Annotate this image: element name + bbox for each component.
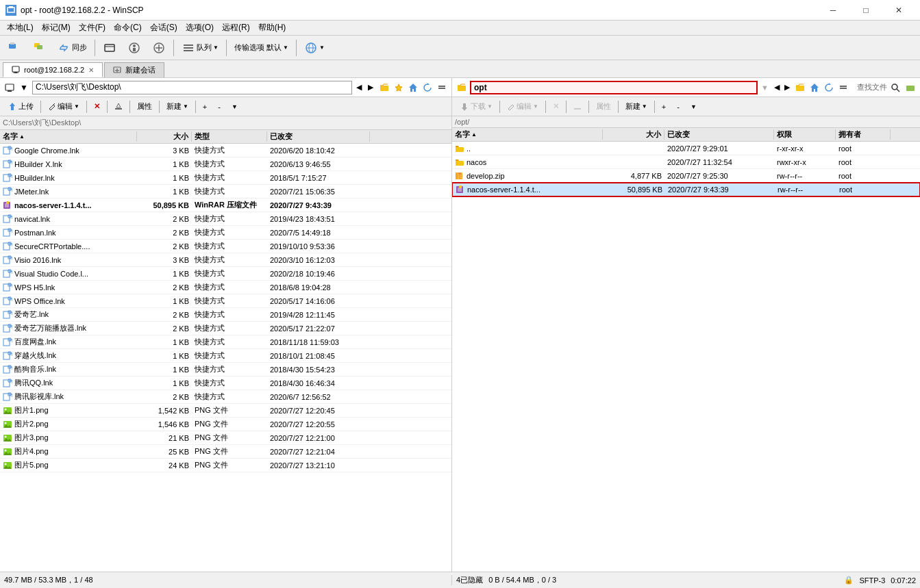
table-row[interactable]: 图片4.png 25 KB PNG 文件 2020/7/27 12:21:04 bbox=[0, 445, 451, 459]
left-menu-btn[interactable] bbox=[435, 81, 449, 94]
right-minus-btn[interactable]: - bbox=[672, 99, 684, 114]
left-desktop-btn[interactable] bbox=[3, 81, 16, 94]
table-row[interactable]: develop.zip 4,877 KB 2020/7/27 9:25:30 r… bbox=[452, 169, 920, 183]
right-new-btn[interactable]: 新建 ▼ bbox=[621, 99, 652, 114]
left-home-btn[interactable] bbox=[406, 81, 420, 94]
right-col-date-header[interactable]: 已改变 bbox=[664, 129, 774, 140]
table-row[interactable]: Postman.lnk 2 KB 快捷方式 2020/7/5 14:49:18 bbox=[0, 226, 451, 240]
menu-file[interactable]: 文件(F) bbox=[75, 21, 110, 35]
table-row[interactable]: .. 2020/7/27 9:29:01 r-xr-xr-x root bbox=[452, 142, 920, 155]
table-row[interactable]: 图片2.png 1,546 KB PNG 文件 2020/7/27 12:20:… bbox=[0, 418, 451, 431]
left-new-folder-btn[interactable] bbox=[377, 81, 391, 94]
right-plus-btn[interactable]: + bbox=[657, 99, 671, 114]
right-dropdown-btn[interactable]: ▼ bbox=[686, 99, 701, 114]
maximize-button[interactable]: □ bbox=[850, 0, 882, 21]
tab-new-session[interactable]: 新建会话 bbox=[104, 62, 164, 77]
table-row[interactable]: SecureCRTPortable.... 2 KB 快捷方式 2019/10/… bbox=[0, 240, 451, 253]
left-minus-btn[interactable]: - bbox=[213, 99, 225, 114]
menu-mark[interactable]: 标记(M) bbox=[38, 21, 75, 35]
table-row[interactable]: 百度网盘.lnk 1 KB 快捷方式 2018/11/18 11:59:03 bbox=[0, 335, 451, 349]
toolbar-sync[interactable]: 同步 bbox=[52, 38, 92, 57]
menu-command[interactable]: 命令(C) bbox=[110, 21, 146, 35]
right-col-perm-header[interactable]: 权限 bbox=[774, 129, 836, 140]
tab-1-close[interactable]: ✕ bbox=[88, 66, 94, 74]
table-row[interactable]: Visual Studio Code.l... 1 KB 快捷方式 2020/2… bbox=[0, 267, 451, 281]
menu-remote[interactable]: 远程(R) bbox=[218, 21, 254, 35]
left-refresh-btn[interactable] bbox=[421, 81, 434, 94]
left-rename-btn[interactable] bbox=[110, 99, 127, 114]
table-row[interactable]: Google Chrome.lnk 3 KB 快捷方式 2020/6/20 18… bbox=[0, 144, 451, 157]
table-row[interactable]: 图片1.png 1,542 KB PNG 文件 2020/7/27 12:20:… bbox=[0, 404, 451, 418]
table-row[interactable]: 图片5.png 24 KB PNG 文件 2020/7/27 13:21:10 bbox=[0, 459, 451, 472]
menu-session[interactable]: 会话(S) bbox=[146, 21, 182, 35]
right-new-folder-btn[interactable] bbox=[793, 81, 807, 94]
table-row[interactable]: 穿越火线.lnk 1 KB 快捷方式 2018/10/1 21:08:45 bbox=[0, 349, 451, 363]
right-find-btn[interactable] bbox=[888, 81, 902, 94]
right-prop-btn[interactable]: 属性 bbox=[591, 99, 616, 114]
left-new-btn[interactable]: 新建 ▼ bbox=[162, 99, 193, 114]
right-col-name-header[interactable]: 名字 ▲ bbox=[452, 129, 603, 140]
toolbar-btn-queue[interactable]: 队列 ▼ bbox=[177, 38, 223, 57]
left-bookmark-btn[interactable] bbox=[392, 81, 406, 94]
toolbar-transfer[interactable]: 传输选项 默认 ▼ bbox=[229, 38, 293, 57]
tab-session-1[interactable]: root@192.168.2.2 ✕ bbox=[3, 62, 103, 77]
right-folder-btn[interactable] bbox=[455, 81, 469, 94]
left-prop-btn[interactable]: 属性 bbox=[132, 99, 157, 114]
menu-help[interactable]: 帮助(H) bbox=[254, 21, 290, 35]
right-path-input[interactable] bbox=[470, 81, 758, 94]
right-nav-back[interactable]: ◀ bbox=[772, 82, 782, 92]
left-delete-btn[interactable]: ✕ bbox=[89, 99, 105, 114]
left-col-size-header[interactable]: 大小 bbox=[137, 131, 192, 142]
table-row[interactable]: HBuilder X.lnk 1 KB 快捷方式 2020/6/13 9:46:… bbox=[0, 157, 451, 171]
table-row[interactable]: 腾讯影视库.lnk 2 KB 快捷方式 2020/6/7 12:56:52 bbox=[0, 390, 451, 404]
table-row[interactable]: HBuilder.lnk 1 KB 快捷方式 2018/5/1 7:15:27 bbox=[0, 171, 451, 185]
right-col-size-header[interactable]: 大小 bbox=[603, 129, 664, 140]
table-row[interactable]: 图片3.png 21 KB PNG 文件 2020/7/27 12:21:00 bbox=[0, 431, 451, 445]
table-row[interactable]: JMeter.lnk 1 KB 快捷方式 2020/7/21 15:06:35 bbox=[0, 185, 451, 199]
close-button[interactable]: ✕ bbox=[883, 0, 915, 21]
left-col-type-header[interactable]: 类型 bbox=[192, 131, 267, 142]
table-row[interactable]: 爱奇艺.lnk 2 KB 快捷方式 2019/4/28 12:11:45 bbox=[0, 308, 451, 322]
left-nav-back[interactable]: ◀ bbox=[353, 81, 364, 93]
left-file-list[interactable]: 名字 ▲ 大小 类型 已改变 Google Chrome.lnk 3 KB 快捷… bbox=[0, 130, 451, 572]
table-row[interactable]: WPS H5.lnk 2 KB 快捷方式 2018/6/8 19:04:28 bbox=[0, 281, 451, 294]
menu-options[interactable]: 选项(O) bbox=[182, 21, 218, 35]
left-col-date-header[interactable]: 已改变 bbox=[267, 131, 370, 142]
table-row[interactable]: WPS Office.lnk 1 KB 快捷方式 2020/5/17 14:16… bbox=[0, 294, 451, 308]
toolbar-btn-1[interactable] bbox=[3, 38, 26, 57]
toolbar-btn-4[interactable] bbox=[123, 38, 146, 57]
right-delete-btn[interactable]: ✕ bbox=[548, 99, 564, 114]
left-dropdown-btn[interactable]: ▼ bbox=[17, 81, 31, 94]
left-edit-btn[interactable]: 编辑 ▼ bbox=[43, 99, 84, 114]
table-row[interactable]: 酷狗音乐.lnk 1 KB 快捷方式 2018/4/30 15:54:23 bbox=[0, 363, 451, 376]
toolbar-btn-globe[interactable]: ▼ bbox=[299, 38, 330, 57]
left-dropdown-btn[interactable]: ▼ bbox=[227, 99, 243, 114]
left-plus-btn[interactable]: + bbox=[198, 99, 212, 114]
table-row[interactable]: Visio 2016.lnk 3 KB 快捷方式 2020/3/10 16:12… bbox=[0, 253, 451, 267]
right-filter-btn[interactable]: ▼ bbox=[759, 83, 771, 92]
upload-btn[interactable]: 上传 bbox=[3, 99, 38, 114]
toolbar-btn-3[interactable] bbox=[98, 38, 121, 57]
menu-local[interactable]: 本地(L) bbox=[3, 21, 38, 35]
right-nav-fwd[interactable]: ▶ bbox=[782, 82, 792, 92]
minimize-button[interactable]: ─ bbox=[817, 0, 849, 21]
right-edit-btn[interactable]: 编辑 ▼ bbox=[502, 99, 543, 114]
toolbar-btn-5[interactable] bbox=[147, 38, 171, 57]
right-home-btn[interactable] bbox=[808, 81, 821, 94]
table-row[interactable]: 爱奇艺万能播放器.lnk 2 KB 快捷方式 2020/5/17 21:22:0… bbox=[0, 322, 451, 335]
left-path-input[interactable] bbox=[32, 81, 352, 94]
download-btn[interactable]: 下载 ▼ bbox=[455, 99, 497, 114]
right-file-list[interactable]: 名字 ▲ 大小 已改变 权限 拥有者 .. bbox=[452, 128, 920, 572]
right-refresh-btn[interactable] bbox=[822, 81, 836, 94]
right-menu-btn[interactable] bbox=[836, 81, 850, 94]
table-row[interactable]: nacos 2020/7/27 11:32:54 rwxr-xr-x root bbox=[452, 155, 920, 169]
table-row[interactable]: navicat.lnk 2 KB 快捷方式 2019/4/23 18:43:51 bbox=[0, 212, 451, 226]
right-extra-btn[interactable] bbox=[904, 81, 917, 94]
toolbar-btn-2[interactable] bbox=[27, 38, 51, 57]
table-row[interactable]: nacos-server-1.1.4.t... 50,895 KB 2020/7… bbox=[452, 183, 920, 196]
right-col-owner-header[interactable]: 拥有者 bbox=[836, 129, 891, 140]
table-row[interactable]: 腾讯QQ.lnk 1 KB 快捷方式 2018/4/30 16:46:34 bbox=[0, 376, 451, 390]
left-col-name-header[interactable]: 名字 ▲ bbox=[0, 131, 137, 142]
left-nav-fwd[interactable]: ▶ bbox=[365, 81, 376, 93]
right-rename-btn[interactable] bbox=[569, 99, 586, 114]
